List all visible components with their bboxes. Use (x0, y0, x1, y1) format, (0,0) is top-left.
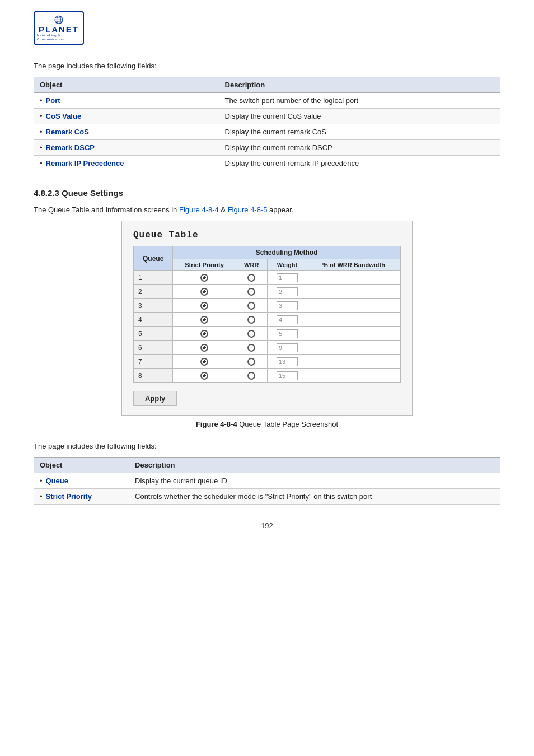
weight-input[interactable] (277, 301, 298, 310)
strict-priority-radio[interactable] (200, 330, 208, 338)
queue-number-cell: 6 (134, 341, 173, 355)
figure-caption: Figure 4-8-4 Queue Table Page Screenshot (34, 420, 500, 428)
wrr-cell (236, 341, 267, 355)
wrr-bw-cell (307, 299, 401, 313)
queue-number-cell: 8 (134, 369, 173, 383)
strict-priority-radio[interactable] (200, 344, 208, 352)
section-number: 4.8.2.3 (34, 188, 59, 198)
wrr-bw-cell (307, 271, 401, 285)
queue-row: 8 (134, 369, 401, 383)
strict-priority-cell (173, 369, 236, 383)
table-row: • Remark DSCP Display the current remark… (34, 140, 500, 156)
logo-area: PLANET Networking & Communication (34, 11, 500, 45)
table-row: • Strict Priority Controls whether the s… (34, 489, 500, 505)
table-row: • CoS Value Display the current CoS valu… (34, 109, 500, 124)
queue-row: 3 (134, 299, 401, 313)
field-name-cell: • Queue (34, 473, 129, 489)
strict-priority-radio[interactable] (200, 288, 208, 296)
field-name: Strict Priority (46, 492, 92, 501)
table-row: • Remark CoS Display the current remark … (34, 124, 500, 140)
intro-text-2: The page includes the following fields: (34, 442, 500, 450)
weight-cell (267, 313, 307, 327)
queue-table-title: Queue Table (133, 230, 401, 240)
weight-input[interactable] (277, 273, 298, 282)
weight-input[interactable] (277, 329, 298, 338)
strict-priority-radio[interactable] (200, 316, 208, 324)
table-row: • Queue Display the current queue ID (34, 473, 500, 489)
field-name: Remark DSCP (46, 143, 95, 152)
wrr-cell (236, 299, 267, 313)
weight-cell (267, 271, 307, 285)
queue-row: 5 (134, 327, 401, 341)
queue-ui-wrapper: Queue Table Queue Scheduling Method Stri… (34, 221, 500, 416)
queue-number-cell: 4 (134, 313, 173, 327)
wrr-radio[interactable] (247, 358, 255, 366)
strict-priority-radio[interactable] (200, 274, 208, 282)
wrr-bw-cell (307, 369, 401, 383)
strict-priority-cell (173, 355, 236, 369)
section-between: & (221, 206, 227, 214)
wrr-bw-cell (307, 313, 401, 327)
section-heading: 4.8.2.3 Queue Settings (34, 188, 500, 198)
weight-input[interactable] (277, 371, 298, 380)
col-header-description: Description (219, 77, 500, 93)
field-name-cell: • Remark IP Precedence (34, 156, 219, 171)
weight-cell (267, 327, 307, 341)
queue-row: 7 (134, 355, 401, 369)
queue-row: 4 (134, 313, 401, 327)
wrr-radio[interactable] (247, 372, 255, 380)
field-name-cell: • Remark DSCP (34, 140, 219, 156)
figure-ref-2[interactable]: Figure 4-8-5 (228, 206, 268, 214)
queue-row: 2 (134, 285, 401, 299)
weight-header: Weight (267, 259, 307, 271)
queue-number-cell: 7 (134, 355, 173, 369)
queue-ui-box: Queue Table Queue Scheduling Method Stri… (121, 221, 413, 416)
queue-scheduling-table: Queue Scheduling Method Strict Priority … (133, 246, 401, 383)
wrr-radio[interactable] (247, 274, 255, 282)
wrr-bw-cell (307, 355, 401, 369)
wrr-radio[interactable] (247, 302, 255, 310)
weight-input[interactable] (277, 315, 298, 324)
field-description-cell: Display the current remark DSCP (219, 140, 500, 156)
wrr-radio[interactable] (247, 288, 255, 296)
wrr-cell (236, 327, 267, 341)
planet-globe-icon (50, 15, 68, 25)
weight-cell (267, 355, 307, 369)
queue-number-cell: 2 (134, 285, 173, 299)
strict-priority-cell (173, 327, 236, 341)
strict-priority-cell (173, 299, 236, 313)
table-row: • Port The switch port number of the log… (34, 93, 500, 109)
weight-input[interactable] (277, 343, 298, 352)
field-name: Remark IP Precedence (46, 159, 124, 167)
apply-button[interactable]: Apply (133, 391, 177, 406)
table-row: • Remark IP Precedence Display the curre… (34, 156, 500, 171)
wrr-radio[interactable] (247, 344, 255, 352)
wrr-radio[interactable] (247, 330, 255, 338)
field-name: Queue (46, 477, 68, 485)
strict-priority-radio[interactable] (200, 302, 208, 310)
weight-input[interactable] (277, 357, 298, 366)
field-name: Remark CoS (46, 128, 89, 136)
field-description-cell: The switch port number of the logical po… (219, 93, 500, 109)
field-name: CoS Value (46, 112, 82, 120)
field-name-cell: • Remark CoS (34, 124, 219, 140)
wrr-cell (236, 355, 267, 369)
section-title: Queue Settings (62, 188, 123, 198)
strict-priority-radio[interactable] (200, 372, 208, 380)
wrr-cell (236, 271, 267, 285)
logo-box: PLANET Networking & Communication (34, 11, 84, 45)
wrr-bw-header: % of WRR Bandwidth (307, 259, 401, 271)
wrr-radio[interactable] (247, 316, 255, 324)
field-description-cell: Display the current CoS value (219, 109, 500, 124)
strict-priority-cell (173, 285, 236, 299)
figure-ref-1[interactable]: Figure 4-8-4 (179, 206, 219, 214)
strict-priority-radio[interactable] (200, 358, 208, 366)
strict-priority-header: Strict Priority (173, 259, 236, 271)
page-number: 192 (34, 521, 500, 530)
field-description-cell: Display the current remark IP precedence (219, 156, 500, 171)
field-name-cell: • CoS Value (34, 109, 219, 124)
logo-sub-text: Networking & Communication (37, 34, 81, 41)
col2-header-description: Description (129, 458, 500, 473)
col2-header-object: Object (34, 458, 129, 473)
weight-input[interactable] (277, 287, 298, 296)
